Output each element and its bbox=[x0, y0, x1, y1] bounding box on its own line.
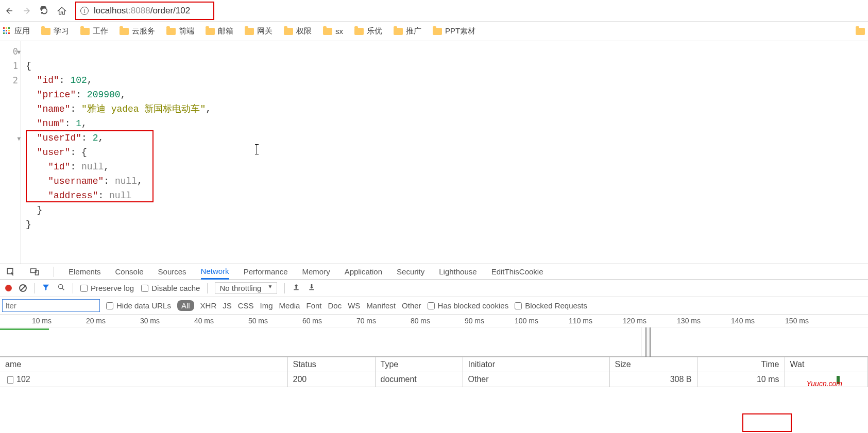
reload-button[interactable] bbox=[38, 5, 50, 17]
folder-icon bbox=[323, 28, 332, 35]
timeline-request-bar bbox=[0, 328, 49, 330]
clear-button[interactable] bbox=[19, 284, 27, 292]
apps-icon bbox=[3, 27, 11, 36]
tab-sources[interactable]: Sources bbox=[158, 265, 186, 279]
filter-input[interactable] bbox=[2, 299, 100, 312]
bookmark-item[interactable]: 工作 bbox=[80, 26, 108, 36]
folder-icon bbox=[166, 28, 176, 35]
filter-type-ws[interactable]: WS bbox=[348, 301, 360, 310]
col-waterfall[interactable]: Wat bbox=[785, 357, 868, 372]
search-icon[interactable] bbox=[57, 283, 65, 293]
bookmarks-bar: 应用 学习 工作 云服务 前端 邮箱 网关 权限 sx 乐优 推广 PPT素材 bbox=[0, 22, 868, 41]
json-content[interactable]: { "id": 102, "price": 209900, "name": "雅… bbox=[21, 41, 868, 264]
tab-performance[interactable]: Performance bbox=[244, 265, 288, 279]
address-bar[interactable]: i localhost:8088/order/102 bbox=[75, 2, 214, 20]
svg-rect-5 bbox=[310, 289, 314, 290]
network-table: ame Status Type Initiator Size Time Wat … bbox=[0, 357, 868, 387]
folder-icon bbox=[433, 28, 442, 35]
tab-elements[interactable]: Elements bbox=[69, 265, 101, 279]
bookmark-item[interactable]: 权限 bbox=[284, 26, 312, 36]
file-icon bbox=[7, 376, 13, 384]
col-size[interactable]: Size bbox=[609, 357, 697, 372]
filter-type-manifest[interactable]: Manifest bbox=[366, 301, 396, 310]
preserve-log-checkbox[interactable]: Preserve log bbox=[80, 284, 134, 292]
network-timeline[interactable]: 10 ms 20 ms 30 ms 40 ms 50 ms 60 ms 70 m… bbox=[0, 315, 868, 357]
tab-lighthouse[interactable]: Lighthouse bbox=[439, 265, 476, 279]
folder-icon bbox=[206, 28, 215, 35]
svg-rect-4 bbox=[294, 289, 299, 290]
folder-icon bbox=[80, 28, 90, 35]
folder-icon bbox=[284, 28, 293, 35]
hide-data-urls-checkbox[interactable]: Hide data URLs bbox=[106, 301, 171, 310]
folder-icon[interactable] bbox=[856, 28, 865, 35]
timeline-marker bbox=[641, 327, 641, 357]
bookmark-item[interactable]: sx bbox=[323, 27, 343, 36]
url-text: localhost:8088/order/102 bbox=[94, 6, 190, 16]
devtools-panel: Elements Console Sources Network Perform… bbox=[0, 264, 868, 387]
bookmark-item[interactable]: 乐优 bbox=[354, 26, 382, 36]
tab-application[interactable]: Application bbox=[345, 265, 382, 279]
tab-memory[interactable]: Memory bbox=[302, 265, 330, 279]
filter-toggle[interactable] bbox=[42, 283, 50, 293]
filter-type-css[interactable]: CSS bbox=[238, 301, 254, 310]
blocked-cookies-checkbox[interactable]: Has blocked cookies bbox=[428, 301, 509, 310]
text-cursor bbox=[257, 144, 257, 154]
folder-icon bbox=[120, 28, 129, 35]
forward-button[interactable] bbox=[21, 5, 33, 17]
upload-icon[interactable] bbox=[292, 283, 300, 293]
col-status[interactable]: Status bbox=[287, 357, 375, 372]
watermark: Yuucn.com bbox=[806, 379, 842, 388]
tab-security[interactable]: Security bbox=[397, 265, 424, 279]
highlight-time bbox=[742, 413, 792, 432]
col-type[interactable]: Type bbox=[375, 357, 463, 372]
bookmark-item[interactable]: 邮箱 bbox=[206, 26, 233, 36]
filter-type-doc[interactable]: Doc bbox=[328, 301, 342, 310]
folder-icon bbox=[245, 28, 254, 35]
bookmark-item[interactable]: PPT素材 bbox=[433, 26, 475, 36]
line-gutter: ▼▼012 bbox=[0, 41, 21, 264]
folder-icon bbox=[41, 28, 50, 35]
tab-network[interactable]: Network bbox=[201, 264, 229, 280]
bookmark-item[interactable]: 云服务 bbox=[120, 26, 155, 36]
site-info-icon[interactable]: i bbox=[80, 7, 89, 15]
col-time[interactable]: Time bbox=[697, 357, 785, 372]
bookmark-item[interactable]: 网关 bbox=[245, 26, 273, 36]
network-row[interactable]: 102 200 document Other 308 B 10 ms bbox=[0, 372, 868, 387]
filter-type-other[interactable]: Other bbox=[402, 301, 421, 310]
network-toolbar: Preserve log Disable cache No throttling bbox=[0, 280, 868, 297]
record-button[interactable] bbox=[5, 285, 12, 291]
device-icon[interactable] bbox=[30, 267, 39, 276]
filter-type-img[interactable]: Img bbox=[260, 301, 273, 310]
timeline-selection[interactable] bbox=[645, 327, 651, 357]
inspect-icon[interactable] bbox=[6, 267, 15, 276]
home-button[interactable] bbox=[56, 5, 68, 17]
filter-type-font[interactable]: Font bbox=[306, 301, 321, 310]
throttling-select[interactable]: No throttling bbox=[215, 282, 277, 294]
filter-type-js[interactable]: JS bbox=[223, 301, 232, 310]
col-initiator[interactable]: Initiator bbox=[463, 357, 609, 372]
folder-icon bbox=[394, 28, 403, 35]
svg-point-3 bbox=[59, 285, 63, 289]
blocked-requests-checkbox[interactable]: Blocked Requests bbox=[515, 301, 587, 310]
bookmark-item[interactable]: 学习 bbox=[41, 26, 69, 36]
filter-type-xhr[interactable]: XHR bbox=[200, 301, 217, 310]
back-button[interactable] bbox=[3, 5, 15, 17]
bookmark-item[interactable]: 推广 bbox=[394, 26, 421, 36]
network-filter-bar: Hide data URLs All XHR JS CSS Img Media … bbox=[0, 297, 868, 315]
filter-type-all[interactable]: All bbox=[177, 300, 194, 311]
devtools-tabs: Elements Console Sources Network Perform… bbox=[0, 264, 868, 280]
tab-console[interactable]: Console bbox=[115, 265, 144, 279]
folder-icon bbox=[354, 28, 364, 35]
download-icon[interactable] bbox=[308, 283, 316, 293]
apps-label: 应用 bbox=[14, 26, 30, 36]
json-viewer: ▼▼012 { "id": 102, "price": 209900, "nam… bbox=[0, 41, 868, 264]
tab-editthiscookie[interactable]: EditThisCookie bbox=[491, 265, 543, 279]
apps-button[interactable]: 应用 bbox=[3, 26, 30, 36]
disable-cache-checkbox[interactable]: Disable cache bbox=[141, 284, 200, 292]
filter-type-media[interactable]: Media bbox=[279, 301, 300, 310]
bookmark-item[interactable]: 前端 bbox=[166, 26, 194, 36]
col-name[interactable]: ame bbox=[0, 357, 287, 372]
